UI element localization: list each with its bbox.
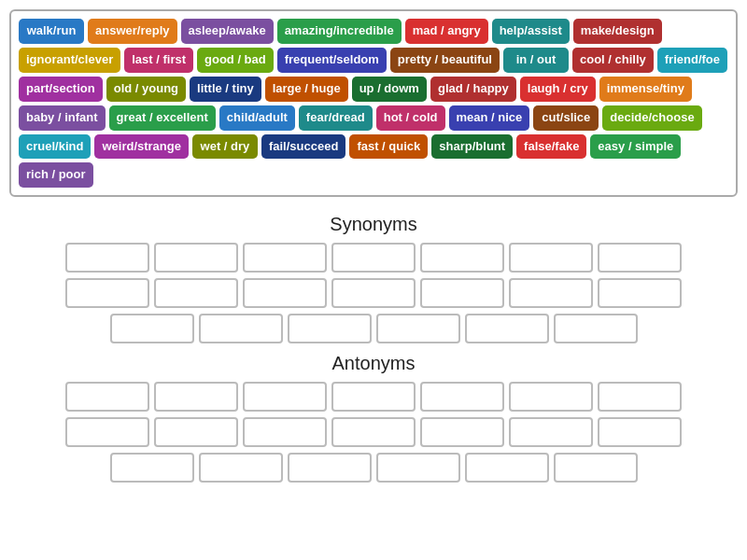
word-tile[interactable]: answer/reply — [88, 19, 177, 44]
word-tile[interactable]: baby / infant — [19, 105, 106, 131]
antonyms-drop-box[interactable] — [554, 453, 638, 483]
synonyms-drop-box[interactable] — [154, 243, 238, 273]
word-tile[interactable]: help/assist — [492, 19, 570, 44]
synonyms-drop-box[interactable] — [509, 278, 593, 308]
antonyms-drop-box[interactable] — [243, 382, 327, 412]
word-tile[interactable]: last / first — [124, 48, 193, 73]
word-tile[interactable]: rich / poor — [19, 162, 93, 188]
word-tile[interactable]: amazing/incredible — [277, 19, 402, 44]
synonyms-drop-box[interactable] — [598, 278, 682, 308]
synonyms-drop-box[interactable] — [65, 278, 149, 308]
antonyms-drop-box[interactable] — [154, 382, 238, 412]
antonyms-drop-box[interactable] — [598, 417, 682, 447]
synonyms-drop-box[interactable] — [420, 243, 504, 273]
word-tile[interactable]: easy / simple — [590, 134, 681, 160]
word-tile[interactable]: cut/slice — [533, 105, 599, 131]
word-tile[interactable]: child/adult — [219, 105, 295, 131]
word-tile[interactable]: hot / cold — [376, 105, 445, 131]
word-tile[interactable]: fast / quick — [349, 134, 428, 160]
synonyms-drop-box[interactable] — [243, 243, 327, 273]
antonyms-drop-box[interactable] — [110, 453, 194, 483]
synonyms-drop-box[interactable] — [288, 314, 372, 343]
antonyms-drop-box[interactable] — [509, 382, 593, 412]
word-tile[interactable]: old / young — [106, 77, 186, 102]
word-tile[interactable]: in / out — [503, 48, 569, 73]
antonyms-drop-box[interactable] — [288, 453, 372, 483]
word-bank: walk/runanswer/replyasleep/awakeamazing/… — [9, 9, 738, 197]
word-tile[interactable]: cruel/kind — [19, 134, 91, 160]
antonyms-drop-box[interactable] — [420, 417, 504, 447]
synonyms-drop-box[interactable] — [243, 278, 327, 308]
antonyms-drop-box[interactable] — [420, 382, 504, 412]
synonyms-drop-box[interactable] — [331, 243, 416, 273]
word-tile[interactable]: great / excellent — [109, 105, 216, 131]
antonyms-drop-box[interactable] — [598, 382, 682, 412]
word-tile[interactable]: fear/dread — [299, 105, 373, 131]
word-tile[interactable]: mean / nice — [449, 105, 530, 131]
word-tile[interactable]: ignorant/clever — [19, 48, 120, 73]
synonyms-drop-box[interactable] — [331, 278, 416, 308]
synonyms-drop-box[interactable] — [110, 314, 194, 343]
synonyms-drop-box[interactable] — [509, 243, 593, 273]
word-tile[interactable]: fail/succeed — [261, 134, 345, 160]
word-tile[interactable]: false/fake — [516, 134, 586, 160]
antonyms-drop-box[interactable] — [331, 417, 416, 447]
antonyms-drop-box[interactable] — [199, 453, 283, 483]
word-tile[interactable]: frequent/seldom — [277, 48, 387, 73]
antonyms-drop-box[interactable] — [376, 453, 460, 483]
antonyms-drop-box[interactable] — [154, 417, 238, 447]
synonyms-drop-box[interactable] — [154, 278, 238, 308]
antonyms-drop-box[interactable] — [465, 453, 549, 483]
antonyms-drop-box[interactable] — [331, 382, 416, 412]
word-tile[interactable]: laugh / cry — [520, 77, 596, 102]
word-tile[interactable]: make/design — [573, 19, 662, 44]
word-tile[interactable]: good / bad — [197, 48, 274, 73]
word-tile[interactable]: friend/foe — [657, 48, 727, 73]
synonyms-drop-box[interactable] — [465, 314, 549, 343]
antonyms-drop-box[interactable] — [243, 417, 327, 447]
synonyms-drop-box[interactable] — [420, 278, 504, 308]
synonyms-row-1 — [9, 278, 738, 308]
word-tile[interactable]: weird/strange — [94, 134, 189, 160]
word-tile[interactable]: decide/choose — [602, 105, 701, 131]
word-tile[interactable]: glad / happy — [430, 77, 516, 102]
word-tile[interactable]: walk/run — [19, 19, 84, 44]
word-tile[interactable]: sharp/blunt — [431, 134, 513, 160]
synonyms-drop-box[interactable] — [376, 314, 460, 343]
word-tile[interactable]: part/section — [19, 77, 103, 102]
word-tile[interactable]: pretty / beautiful — [390, 48, 500, 73]
word-tile[interactable]: wet / dry — [192, 134, 258, 160]
antonyms-drop-box[interactable] — [509, 417, 593, 447]
antonyms-row-2 — [9, 453, 738, 483]
synonyms-drop-area — [9, 243, 738, 343]
antonyms-title: Antonyms — [9, 353, 738, 374]
word-tile[interactable]: large / huge — [265, 77, 348, 102]
synonyms-row-2 — [9, 314, 738, 343]
word-tile[interactable]: asleep/awake — [181, 19, 274, 44]
antonyms-row-1 — [9, 417, 738, 447]
word-tile[interactable]: up / dowm — [352, 77, 427, 102]
antonyms-row-0 — [9, 382, 738, 412]
synonyms-drop-box[interactable] — [554, 314, 638, 343]
word-tile[interactable]: cool / chilly — [572, 48, 654, 73]
synonyms-drop-box[interactable] — [65, 243, 149, 273]
antonyms-drop-area — [9, 382, 738, 483]
synonyms-drop-box[interactable] — [598, 243, 682, 273]
word-tile[interactable]: little / tiny — [190, 77, 261, 102]
word-tile[interactable]: immense/tiny — [599, 77, 692, 102]
synonyms-row-0 — [9, 243, 738, 273]
word-tile[interactable]: mad / angry — [405, 19, 488, 44]
antonyms-drop-box[interactable] — [65, 382, 149, 412]
synonyms-drop-box[interactable] — [199, 314, 283, 343]
synonyms-title: Synonyms — [9, 214, 738, 235]
antonyms-drop-box[interactable] — [65, 417, 149, 447]
